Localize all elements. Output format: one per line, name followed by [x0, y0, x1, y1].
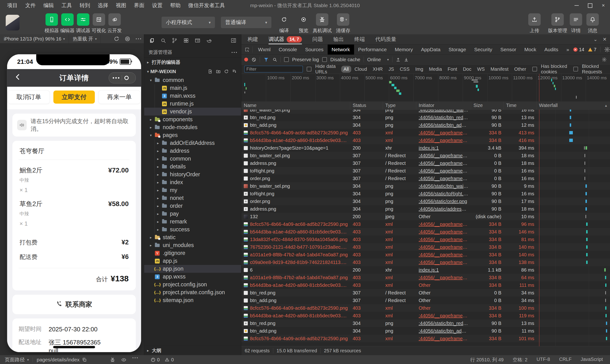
network-row[interactable]: order.png 304 png :44056/static/order.pn…	[241, 197, 610, 205]
network-row[interactable]: 132 200 jpeg Other (disk cache) 10 ms	[241, 213, 610, 220]
device-select[interactable]: iPhone 12/13 (Pro) 96% 16▾	[0, 34, 69, 43]
initiator-link[interactable]: index.js:1	[419, 145, 439, 151]
network-row[interactable]: address.png 307 / Redirect :44056/__page…	[241, 159, 610, 167]
debug-tab-问题[interactable]: 问题	[312, 34, 323, 44]
network-row[interactable]: b544d3ba-a1ae-4d20-a860-81cb5dec9e03.png…	[241, 228, 610, 236]
order-button-取消订单[interactable]: 取消订单	[8, 91, 50, 104]
toolbar-button-版本管理[interactable]: 版本管理	[546, 13, 569, 34]
activitybar-branch-icon[interactable]	[169, 35, 180, 46]
tree-item-remark[interactable]: ▸ remark	[144, 218, 241, 226]
network-row[interactable]: btn_red.png 304 png :44056/static/btn_re…	[241, 114, 610, 121]
tree-item-main.wxss[interactable]: 3 main.wxss	[144, 92, 241, 100]
network-row[interactable]: btn_add.png 304 png :44056/static/btn_ad…	[241, 121, 610, 129]
tree-item-common[interactable]: ▸ common	[144, 155, 241, 163]
initiator-link[interactable]: :44056/static/btn_red.png	[419, 115, 469, 120]
tree-item-index[interactable]: ▸ index	[144, 178, 241, 186]
explorer-more-icon[interactable]	[232, 52, 237, 53]
tree-item-main.js[interactable]: JS main.js	[144, 84, 241, 92]
hot-reload-select[interactable]: 热重载 开▾	[69, 34, 101, 43]
status-行[interactable]: 行 20510, 列 49	[470, 357, 504, 363]
collapse-folders-icon[interactable]	[232, 69, 237, 74]
filter-chip-Media[interactable]: Media	[427, 66, 444, 73]
debug-tab-调试器[interactable]: 调试器14, 7	[269, 34, 302, 44]
tree-item-static[interactable]: ▸ static	[144, 234, 241, 241]
network-row[interactable]: btn_add.png 307 / Redirect Other 0 B 34 …	[241, 297, 610, 304]
network-row[interactable]: btn_waiter_sel.png 307 / Redirect :44056…	[241, 152, 610, 159]
tree-item-pages[interactable]: ▾ pages	[144, 131, 241, 139]
initiator-link[interactable]: :44056/__pageframe__/_pa...	[419, 168, 469, 174]
outline-header[interactable]: ▸大纲	[144, 346, 241, 355]
filter-chip-Manifest[interactable]: Manifest	[488, 66, 511, 73]
tree-item-vendor.js[interactable]: JS vendor.js	[144, 108, 241, 116]
filter-chip-WS[interactable]: WS	[475, 66, 487, 73]
filter-funnel-icon[interactable]	[263, 57, 269, 62]
menu-item-编辑[interactable]: 编辑	[39, 0, 58, 11]
menu-item-转到[interactable]: 转到	[76, 0, 94, 11]
menu-item-选择[interactable]: 选择	[94, 0, 112, 11]
filter-input[interactable]	[244, 66, 303, 72]
tree-item-details[interactable]: ▸ details	[144, 163, 241, 170]
network-row[interactable]: order.png 307 / Redirect :44056/__pagefr…	[241, 175, 610, 182]
initiator-link[interactable]: :44056/__pageframe__/_pa...	[419, 153, 469, 158]
new-file-icon[interactable]	[208, 69, 213, 74]
network-row[interactable]: btn_waiter_sel.png 304 png :44056/static…	[241, 109, 610, 114]
maximize-button[interactable]	[583, 0, 597, 11]
initiator-link[interactable]: :44056/__pageframe__/_pa...	[419, 275, 469, 280]
network-row[interactable]: a101a1e9-8f8b-47b2-afa4-1abd47ea0a87.png…	[241, 274, 610, 281]
debug-tab-终端[interactable]: 终端	[354, 34, 365, 44]
initiator-link[interactable]: :44056/__pageframe__/_pa...	[419, 138, 469, 143]
network-row[interactable]: 13da832f-ef2c-484d-8370-5934a1045a06.png…	[241, 236, 610, 243]
close-button[interactable]: ×	[597, 0, 610, 11]
tree-item-runtime.js[interactable]: JS runtime.js	[144, 100, 241, 108]
network-row[interactable]: 8cfcc576-4b66-4a09-ac68-ad5b273c2590.png…	[241, 304, 610, 312]
compile-mode-select[interactable]: 普通编译▾	[221, 17, 272, 28]
initiator-link[interactable]: :44056/static/btn_waiter_...	[419, 109, 469, 113]
tree-item-uni_modules[interactable]: ▸ uni_modules	[144, 241, 241, 249]
column-header-Name[interactable]: Name	[241, 102, 350, 109]
initiator-link[interactable]: index.js:1	[419, 267, 439, 273]
avatar[interactable]	[6, 15, 20, 30]
status-UTF-8[interactable]: UTF-8	[537, 357, 550, 363]
tree-item-node-modules[interactable]: ▸ node-modules	[144, 123, 241, 131]
tree-item-components[interactable]: ▸ components	[144, 116, 241, 123]
open-editors-section[interactable]: ▸打开的编辑器	[144, 57, 241, 67]
collapse-sidebar-icon[interactable]	[228, 35, 239, 46]
filter-chip-Img[interactable]: Img	[413, 66, 426, 73]
tree-item-app.json[interactable]: {…} app.json	[144, 265, 241, 273]
tree-item-address[interactable]: ▸ address	[144, 147, 241, 155]
capsule-close-icon[interactable]	[124, 76, 129, 80]
devtools-tab-Memory[interactable]: Memory	[391, 45, 417, 54]
initiator-link[interactable]: :44056/static/btn_add.png	[419, 328, 469, 334]
initiator-link[interactable]: :44056/__pageframe__/_pa...	[419, 237, 469, 242]
record-icon[interactable]	[244, 58, 248, 62]
column-header-Type[interactable]: Type	[383, 102, 416, 109]
network-row[interactable]: 76752350-2121-44d2-b477-10791c23a8ec.png…	[241, 243, 610, 251]
network-row[interactable]: 6 200 xhr index.js:1 1.1 kB 86 ms	[241, 266, 610, 274]
order-button-立即支付[interactable]: 立即支付	[53, 91, 95, 104]
initiator-link[interactable]: :44056/static/toRight.png	[419, 191, 469, 196]
filter-chip-JS[interactable]: JS	[386, 66, 396, 73]
initiator-link[interactable]: :44056/__pageframe__/_/...	[419, 336, 469, 341]
network-row[interactable]: toRight.png 304 png :44056/static/toRigh…	[241, 190, 610, 197]
import-har-icon[interactable]	[396, 57, 401, 62]
tree-item-addOrEditAddress[interactable]: ▸ addOrEditAddress	[144, 139, 241, 147]
back-icon[interactable]	[14, 73, 21, 81]
initiator-link[interactable]: :44056/__pageframe__/_pa...	[419, 244, 469, 250]
home-indicator[interactable]	[53, 346, 95, 348]
tree-item-project.private.config.json[interactable]: {…} project.private.config.json	[144, 288, 241, 296]
initiator-link[interactable]: :44056/__pageframe__/_pa...	[419, 252, 469, 258]
initiator-link[interactable]: :44056/__pageframe__/_pa...	[419, 176, 469, 181]
tree-item-app.wxss[interactable]: 3 app.wxss	[144, 273, 241, 281]
order-button-再来一单[interactable]: 再来一单	[99, 91, 140, 104]
menu-item-微信开发者工具[interactable]: 微信开发者工具	[184, 0, 229, 11]
tree-item-common[interactable]: ▾ common	[144, 76, 241, 84]
toolbar-button-详情[interactable]: 详情	[568, 13, 584, 34]
collapse-devtools-icon[interactable]: ⌄	[593, 37, 597, 42]
inspect-element-icon[interactable]	[241, 46, 253, 53]
toolbar-button-云开发[interactable]: 云开发	[104, 13, 125, 34]
network-row[interactable]: btn_red.png 304 png :44056/static/btn_re…	[241, 319, 610, 327]
network-row[interactable]: btn_waiter_sel.png 304 png :44056/static…	[241, 182, 610, 190]
devtools-tab-Sources[interactable]: Sources	[301, 45, 328, 54]
devtools-tab-Performance[interactable]: Performance	[354, 45, 391, 54]
initiator-link[interactable]: :44056/__pageframe__/_pa...	[419, 130, 469, 136]
